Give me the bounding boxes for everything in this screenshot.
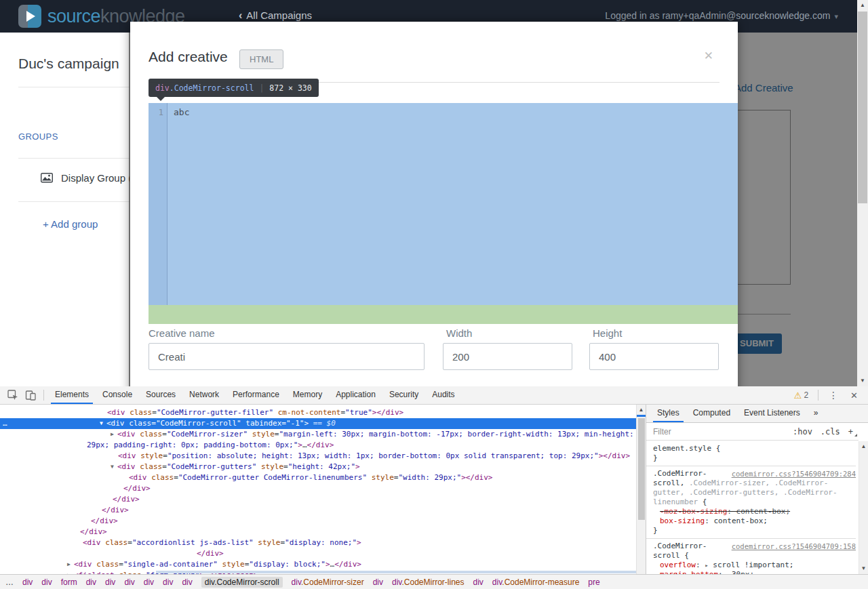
- height-label: Height: [593, 327, 622, 339]
- breadcrumb-item[interactable]: div: [373, 577, 383, 587]
- expand-arrow-icon[interactable]: ▶: [111, 429, 117, 440]
- tree-row[interactable]: 29px; padding-right: 0px; padding-bottom…: [0, 440, 636, 451]
- devtools-tab-application[interactable]: Application: [329, 386, 382, 404]
- stylesheet-link[interactable]: codemirror.css?1546904709:284: [732, 469, 856, 479]
- breadcrumb-item[interactable]: div.CodeMirror-scroll: [201, 577, 283, 588]
- pseudo-state-toggle[interactable]: :hov: [793, 427, 812, 436]
- devtools-panel: ElementsConsoleSourcesNetworkPerformance…: [0, 386, 868, 589]
- style-line: box-sizing: content-box;: [653, 516, 856, 526]
- devtools-close-icon[interactable]: ✕: [844, 390, 864, 401]
- expand-arrow-icon[interactable]: ▼: [111, 462, 117, 472]
- creative-name-label: Creative name: [149, 327, 215, 339]
- scroll-down-arrow[interactable]: ▼: [857, 375, 868, 386]
- scroll-up-arrow[interactable]: ▲: [857, 0, 868, 11]
- tree-row-selected[interactable]: …▼<div class="CodeMirror-scroll" tabinde…: [0, 418, 636, 429]
- stylesheet-link[interactable]: codemirror.css?1546904709:158: [732, 542, 856, 551]
- all-campaigns-back-link[interactable]: ‹All Campaigns: [239, 9, 312, 22]
- breadcrumb-item[interactable]: div: [105, 577, 115, 587]
- breadcrumb-item[interactable]: form: [61, 577, 77, 587]
- devtools-tab-performance[interactable]: Performance: [226, 386, 286, 404]
- kebab-menu-icon[interactable]: ⋮: [823, 390, 844, 401]
- device-toolbar-icon[interactable]: [23, 389, 38, 401]
- logged-in-label: Logged in as ramy+qaAdmin@sourceknowledg…: [605, 10, 830, 21]
- breadcrumb-item[interactable]: div: [86, 577, 96, 587]
- selection-marker: [637, 415, 646, 417]
- breadcrumb-item[interactable]: div.CodeMirror-measure: [492, 577, 579, 587]
- tree-row[interactable]: <div class="CodeMirror-gutter CodeMirror…: [0, 472, 636, 483]
- tree-row[interactable]: ▼<div class="CodeMirror-gutters" style="…: [0, 462, 636, 472]
- inspect-overlay-tooltip: div.CodeMirror-scroll | 872 × 330: [149, 79, 319, 97]
- breadcrumb-item[interactable]: div: [163, 577, 173, 587]
- tree-row[interactable]: </div>: [0, 505, 636, 516]
- devtools-tab-sources[interactable]: Sources: [139, 386, 182, 404]
- style-line: codemirror.css?1546904709:158.CodeMirror…: [653, 542, 856, 551]
- tree-row[interactable]: </div>: [0, 516, 636, 527]
- back-label: All Campaigns: [246, 9, 312, 21]
- devtools-tab-elements[interactable]: Elements: [48, 386, 96, 404]
- tree-row[interactable]: ▶<div class="single-ad-container" style=…: [0, 559, 636, 570]
- scroll-up-arrow[interactable]: ▲: [859, 441, 868, 452]
- breadcrumb-item[interactable]: div: [182, 577, 192, 587]
- scroll-up-arrow[interactable]: ▲: [637, 405, 646, 415]
- logged-in-menu[interactable]: Logged in as ramy+qaAdmin@sourceknowledg…: [605, 10, 838, 21]
- inspect-element-icon[interactable]: [5, 389, 20, 401]
- scrollbar-thumb[interactable]: [638, 418, 645, 520]
- dom-tree: <div class="CodeMirror-gutter-filler" cm…: [0, 405, 636, 574]
- devtools-tab-memory[interactable]: Memory: [286, 386, 329, 404]
- breadcrumb-item[interactable]: div.CodeMirror-sizer: [292, 577, 364, 587]
- warning-icon[interactable]: ⚠: [794, 390, 802, 401]
- style-line: overflow: ▸ scroll !important;: [653, 561, 856, 570]
- styles-tab-computed[interactable]: Computed: [686, 405, 737, 422]
- row-hover-menu-icon[interactable]: …: [3, 418, 8, 429]
- style-line: }: [653, 453, 856, 463]
- devtools-tab-security[interactable]: Security: [382, 386, 425, 404]
- html-type-button[interactable]: HTML: [239, 49, 283, 69]
- tree-row[interactable]: <div class="accordionlist js-ads-list" s…: [0, 537, 636, 548]
- style-line: }: [653, 526, 856, 535]
- height-input[interactable]: [589, 343, 719, 370]
- styles-tab-styles[interactable]: Styles: [650, 405, 686, 422]
- horizontal-scrollbar-thumb[interactable]: [156, 571, 636, 573]
- creative-name-input[interactable]: [149, 343, 425, 370]
- breadcrumb-item[interactable]: div: [22, 577, 33, 587]
- styles-tab-»[interactable]: »: [807, 405, 825, 422]
- new-style-rule-button[interactable]: +: [848, 427, 853, 436]
- page-viewport: Duc's campaign GROUPS Display Group (1 +…: [0, 0, 868, 386]
- breadcrumb-item[interactable]: div: [41, 577, 52, 587]
- breadcrumb-item[interactable]: div.CodeMirror-lines: [392, 577, 464, 587]
- scroll-down-arrow[interactable]: ▼: [859, 563, 868, 574]
- breadcrumb-item[interactable]: div: [473, 577, 484, 587]
- page-scrollbar[interactable]: ▲ ▼: [857, 0, 868, 386]
- elements-scrollbar[interactable]: ▲: [636, 405, 646, 574]
- expand-arrow-icon[interactable]: ▶: [67, 559, 74, 570]
- breadcrumb-item[interactable]: pre: [588, 577, 599, 587]
- element-style-block: element.style {}: [653, 444, 856, 463]
- breadcrumb-item[interactable]: …: [5, 577, 14, 587]
- styles-scrollbar[interactable]: ▲ ▼: [859, 441, 868, 574]
- style-line: -moz-box-sizing: content-box;: [653, 507, 856, 516]
- breadcrumb-item[interactable]: div: [124, 577, 134, 587]
- devtools-tab-console[interactable]: Console: [96, 386, 139, 404]
- tree-row[interactable]: <div class="CodeMirror-gutter-filler" cm…: [0, 407, 636, 418]
- style-line: scroll {: [653, 551, 856, 561]
- devtools-tab-audits[interactable]: Audits: [425, 386, 461, 404]
- tree-row[interactable]: ▶<div class="CodeMirror-sizer" style="ma…: [0, 429, 636, 440]
- tree-row[interactable]: </div>: [0, 527, 636, 537]
- tree-row[interactable]: </div>: [0, 548, 636, 559]
- tree-row[interactable]: </div>: [0, 483, 636, 494]
- devtools-tab-network[interactable]: Network: [182, 386, 226, 404]
- width-input[interactable]: [443, 343, 572, 370]
- warning-count: 2: [804, 390, 808, 400]
- tree-row[interactable]: <div style="position: absolute; height: …: [0, 451, 636, 462]
- expand-arrow-icon[interactable]: ▼: [100, 418, 106, 429]
- styles-tab-event-listeners[interactable]: Event Listeners: [737, 405, 807, 422]
- breadcrumb-item[interactable]: div: [144, 577, 154, 587]
- close-icon[interactable]: ✕: [704, 49, 713, 63]
- chevron-down-icon: ▾: [834, 12, 838, 20]
- styles-filter-bar: :hov .cls +: [646, 423, 859, 441]
- class-toggle[interactable]: .cls: [821, 427, 840, 436]
- tree-row[interactable]: </div>: [0, 494, 636, 505]
- scrollbar-thumb[interactable]: [858, 12, 867, 203]
- code-editor[interactable]: 1 abc: [149, 103, 738, 305]
- styles-filter-input[interactable]: [652, 426, 785, 437]
